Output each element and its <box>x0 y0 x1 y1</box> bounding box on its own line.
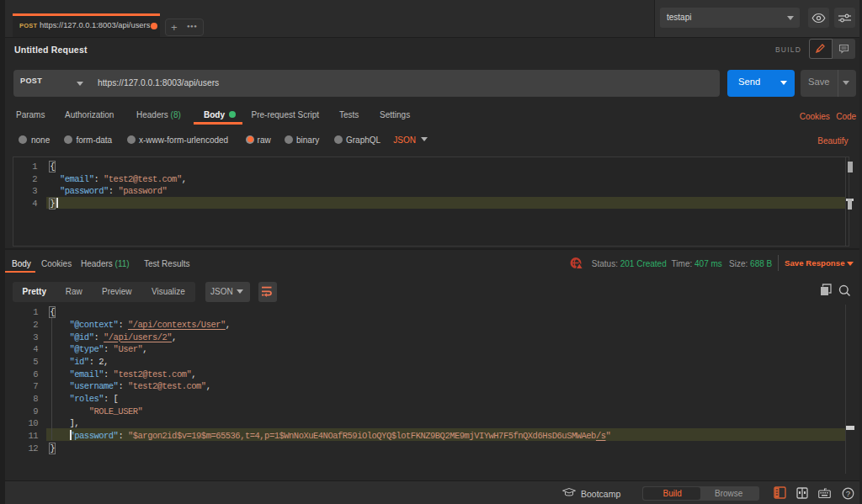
svg-text:?: ? <box>846 489 850 498</box>
